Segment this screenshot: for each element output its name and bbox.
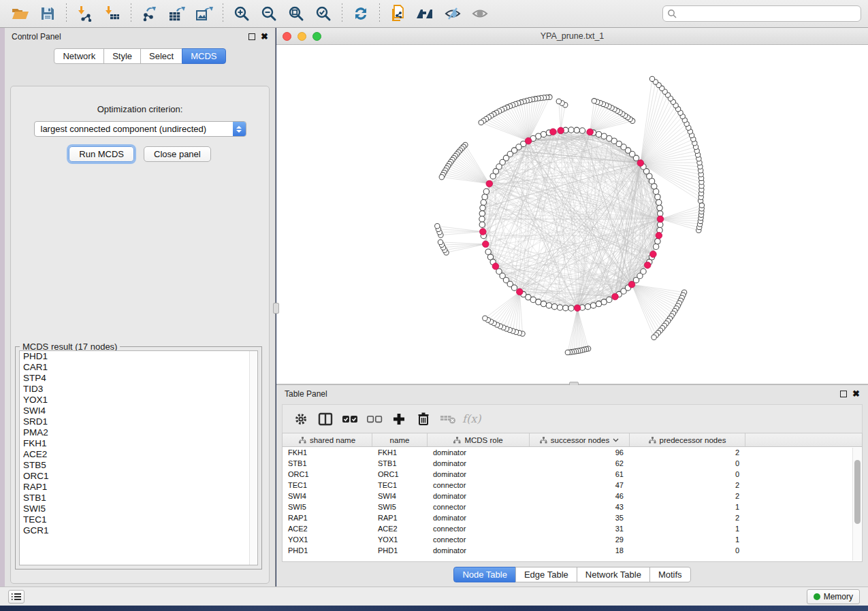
result-item[interactable]: RAP1 xyxy=(20,482,257,493)
select-all-button[interactable] xyxy=(340,409,360,429)
table-row[interactable]: SWI5SWI5connector431 xyxy=(283,501,862,512)
ring-node[interactable] xyxy=(574,127,579,133)
export-network-button[interactable] xyxy=(138,2,161,25)
column-header-name[interactable]: name xyxy=(372,433,428,446)
table-row[interactable]: PHD1PHD1dominator180 xyxy=(283,545,862,556)
hide-selected-button[interactable] xyxy=(441,2,464,25)
ring-node[interactable] xyxy=(607,297,612,302)
ring-node[interactable] xyxy=(601,133,607,139)
satellite-node[interactable] xyxy=(483,316,487,320)
search-network-button[interactable] xyxy=(414,2,437,25)
result-item[interactable]: CAR1 xyxy=(20,362,257,373)
ring-node[interactable] xyxy=(655,194,660,199)
table-row[interactable]: ORC1ORC1dominator610 xyxy=(283,469,862,480)
mcds-hub-node[interactable] xyxy=(656,232,662,239)
satellite-node[interactable] xyxy=(556,99,561,103)
import-table-button[interactable] xyxy=(101,2,124,25)
open-session-button[interactable] xyxy=(9,2,32,25)
ring-node[interactable] xyxy=(563,306,568,311)
satellite-node[interactable] xyxy=(699,203,704,208)
mcds-hub-node[interactable] xyxy=(612,293,619,300)
delete-rows-button[interactable] xyxy=(413,409,434,429)
ring-node[interactable] xyxy=(568,127,574,133)
ring-node[interactable] xyxy=(479,222,485,227)
result-item[interactable]: ACE2 xyxy=(20,449,257,460)
table-scrollbar[interactable] xyxy=(852,448,861,561)
export-table-button[interactable] xyxy=(165,2,189,25)
tab-motifs[interactable]: Motifs xyxy=(649,567,691,582)
float-table-panel-icon[interactable] xyxy=(840,391,847,397)
table-row[interactable]: SWI4SWI4dominator462 xyxy=(283,491,862,501)
result-item[interactable]: TEC1 xyxy=(20,514,257,525)
result-item[interactable]: PHD1 xyxy=(20,351,257,362)
table-row[interactable]: TEC1TEC1connector472 xyxy=(283,480,862,491)
ring-node[interactable] xyxy=(590,303,596,308)
mcds-hub-node[interactable] xyxy=(644,262,651,269)
result-item[interactable]: SRD1 xyxy=(20,416,257,427)
import-network-button[interactable] xyxy=(74,2,97,25)
float-panel-icon[interactable] xyxy=(248,33,255,40)
table-row[interactable]: STB1STB1dominator620 xyxy=(283,458,862,469)
column-header-predecessor-nodes[interactable]: predecessor nodes xyxy=(630,433,745,446)
ring-node[interactable] xyxy=(479,211,485,216)
tab-edge-table[interactable]: Edge Table xyxy=(515,567,577,582)
ring-node[interactable] xyxy=(641,269,646,274)
network-graph[interactable] xyxy=(276,45,868,384)
tab-select[interactable]: Select xyxy=(140,48,182,64)
network-search-field[interactable] xyxy=(662,5,861,22)
result-item[interactable]: SWI5 xyxy=(20,503,257,514)
table-row[interactable]: FKH1FKH1dominator962 xyxy=(283,447,862,458)
show-columns-button[interactable] xyxy=(315,409,336,429)
ring-node[interactable] xyxy=(511,285,517,291)
save-session-button[interactable] xyxy=(36,2,59,25)
mcds-hub-node[interactable] xyxy=(587,129,594,135)
satellite-node[interactable] xyxy=(649,76,654,81)
result-item[interactable]: FKH1 xyxy=(20,438,257,449)
ring-node[interactable] xyxy=(596,301,601,306)
ring-node[interactable] xyxy=(546,303,551,308)
ring-node[interactable] xyxy=(653,244,658,249)
satellite-node[interactable] xyxy=(652,335,656,340)
add-row-button[interactable] xyxy=(389,409,409,429)
column-header-mcds-role[interactable]: MCDS role xyxy=(428,433,530,446)
column-header-shared-name[interactable]: shared name xyxy=(283,433,372,446)
mcds-hub-node[interactable] xyxy=(650,251,657,258)
mcds-hub-node[interactable] xyxy=(517,288,524,295)
table-scrollbar-thumb[interactable] xyxy=(854,460,861,524)
result-item[interactable]: TID3 xyxy=(20,384,257,395)
show-panels-button[interactable] xyxy=(8,590,25,604)
mcds-result-list[interactable]: PHD1CAR1STP4TID3YOX1SWI4SRD1PMA2FKH1ACE2… xyxy=(19,350,258,565)
ring-node[interactable] xyxy=(657,205,662,210)
satellite-node[interactable] xyxy=(438,240,443,244)
ring-node[interactable] xyxy=(536,299,541,305)
ring-node[interactable] xyxy=(481,199,486,205)
close-panel-button[interactable]: Close panel xyxy=(144,146,211,162)
result-item[interactable]: STB1 xyxy=(20,493,257,503)
result-item[interactable]: STB5 xyxy=(20,460,257,471)
result-item[interactable]: GCR1 xyxy=(20,525,257,536)
mcds-hub-node[interactable] xyxy=(483,241,489,248)
ring-node[interactable] xyxy=(579,128,585,133)
tab-network[interactable]: Network xyxy=(54,48,104,64)
table-row[interactable]: YOX1YOX1connector291 xyxy=(283,534,862,545)
mcds-hub-node[interactable] xyxy=(637,160,644,167)
close-table-panel-icon[interactable]: ✖ xyxy=(852,391,860,397)
optimization-criterion-select[interactable]: largest connected component (undirected) xyxy=(34,121,246,137)
ring-node[interactable] xyxy=(490,174,496,179)
result-item[interactable]: PMA2 xyxy=(20,427,257,438)
ring-node[interactable] xyxy=(585,304,590,310)
mcds-hub-node[interactable] xyxy=(574,305,581,312)
ring-node[interactable] xyxy=(656,199,662,205)
ring-node[interactable] xyxy=(658,222,663,227)
mcds-hub-node[interactable] xyxy=(486,180,493,187)
table-row[interactable]: RAP1RAP1dominator352 xyxy=(283,512,862,523)
zoom-out-button[interactable] xyxy=(257,2,280,25)
ring-node[interactable] xyxy=(541,131,546,137)
export-image-button[interactable] xyxy=(193,2,216,25)
satellite-node[interactable] xyxy=(592,99,596,103)
result-item[interactable]: STP4 xyxy=(20,373,257,384)
ring-node[interactable] xyxy=(568,306,574,311)
mcds-hub-node[interactable] xyxy=(525,137,532,144)
vertical-splitter-handle[interactable] xyxy=(273,303,279,314)
deselect-all-button[interactable] xyxy=(364,409,385,429)
